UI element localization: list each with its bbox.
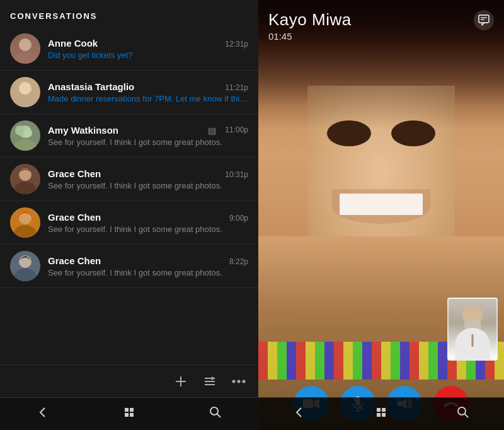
conv-name-grace1: Grace Chen: [48, 168, 101, 179]
conv-preview-amy: See for yourself. I think I got some gre…: [48, 137, 248, 147]
conv-preview-anne: Did you get tickets yet?: [48, 50, 248, 60]
home-button-right[interactable]: [374, 405, 388, 422]
conversation-item-grace1[interactable]: Grace Chen 10:31p See for yourself. I th…: [0, 158, 258, 201]
avatar-anastasia: [10, 77, 40, 107]
svg-line-30: [217, 414, 220, 418]
filter-button[interactable]: [203, 375, 217, 388]
msg-icon-amy: ▤: [208, 125, 216, 136]
left-nav-bar: [0, 397, 258, 430]
video-teeth: [340, 194, 423, 215]
conversation-item-grace3[interactable]: Grace Chen 8:22p See for yourself. I thi…: [0, 245, 258, 288]
svg-point-22: [232, 380, 236, 383]
svg-rect-42: [382, 408, 386, 412]
svg-rect-43: [377, 413, 381, 417]
svg-point-0: [19, 38, 32, 51]
conversations-header: CONVERSATIONS: [0, 0, 258, 27]
conversation-list: Anne Cook 12:31p Did you get tickets yet…: [0, 27, 258, 364]
caller-info: Kayo Miwa 01:45: [268, 10, 352, 42]
conversation-item-anne[interactable]: Anne Cook 12:31p Did you get tickets yet…: [0, 27, 258, 71]
add-button[interactable]: [174, 375, 188, 388]
conversation-item-grace2[interactable]: Grace Chen 9:00p See for yourself. I thi…: [0, 201, 258, 245]
video-background: Kayo Miwa 01:45: [258, 0, 504, 430]
conv-preview-grace1: See for yourself. I think I got some gre…: [48, 181, 248, 190]
conv-time-amy: 11:00p: [225, 125, 248, 134]
svg-rect-26: [130, 408, 134, 412]
svg-point-5: [14, 139, 37, 151]
svg-line-46: [465, 414, 469, 418]
self-view-video: [449, 299, 496, 359]
conv-content-amy: Amy Watkinson ▤ 11:00p See for yourself.…: [48, 124, 248, 147]
conversations-panel: CONVERSATIONS Anne Cook 12:31p Did you g…: [0, 0, 258, 430]
svg-rect-25: [125, 408, 129, 412]
conv-name-amy: Amy Watkinson: [48, 125, 118, 136]
call-header: Kayo Miwa 01:45: [258, 0, 504, 49]
svg-point-7: [23, 129, 32, 137]
svg-point-29: [210, 407, 218, 415]
svg-rect-27: [125, 413, 129, 417]
conv-content-grace3: Grace Chen 8:22p See for yourself. I thi…: [48, 255, 248, 277]
left-toolbar: [0, 364, 258, 397]
conv-content-anne: Anne Cook 12:31p Did you get tickets yet…: [48, 38, 248, 60]
conv-name-grace3: Grace Chen: [48, 255, 101, 266]
search-button-right[interactable]: [456, 405, 470, 422]
search-button-left[interactable]: [209, 405, 222, 422]
caller-name: Kayo Miwa: [268, 10, 352, 30]
right-nav-bar: [258, 397, 504, 430]
svg-rect-28: [130, 413, 134, 417]
back-button-right[interactable]: [292, 405, 306, 422]
more-button[interactable]: [232, 380, 246, 383]
avatar-anne: [10, 33, 40, 64]
conv-preview-grace3: See for yourself. I think I got some gre…: [48, 268, 248, 277]
svg-point-23: [238, 380, 241, 383]
conv-time-grace3: 8:22p: [229, 257, 248, 266]
conv-time-grace2: 9:00p: [229, 214, 248, 223]
conv-content-grace2: Grace Chen 9:00p See for yourself. I thi…: [48, 212, 248, 234]
conv-time-anne: 12:31p: [225, 40, 248, 49]
back-button-left[interactable]: [36, 405, 50, 422]
conv-name-anastasia: Anastasia Tartaglio: [48, 81, 134, 92]
svg-rect-41: [377, 408, 381, 412]
conv-name-grace2: Grace Chen: [48, 212, 101, 223]
conversation-item-amy[interactable]: Amy Watkinson ▤ 11:00p See for yourself.…: [0, 114, 258, 158]
home-button-left[interactable]: [122, 405, 136, 422]
conv-time-grace1: 10:31p: [225, 170, 248, 179]
svg-point-1: [14, 52, 37, 64]
conv-time-anastasia: 11:21p: [225, 83, 248, 92]
video-call-panel: Kayo Miwa 01:45: [258, 0, 504, 430]
conv-name-anne: Anne Cook: [48, 38, 98, 49]
avatar-grace1: [10, 164, 40, 194]
svg-point-45: [458, 407, 466, 415]
svg-rect-44: [382, 413, 386, 417]
chat-toggle-button[interactable]: [474, 10, 494, 30]
svg-point-2: [19, 82, 32, 95]
conversation-item-anastasia[interactable]: Anastasia Tartaglio 11:21p Made dinner r…: [0, 71, 258, 114]
call-duration: 01:45: [268, 31, 352, 42]
conv-preview-grace2: See for yourself. I think I got some gre…: [48, 224, 248, 234]
svg-point-9: [19, 168, 32, 181]
conv-content-anastasia: Anastasia Tartaglio 11:21p Made dinner r…: [48, 81, 248, 103]
avatar-grace3: [10, 251, 40, 281]
avatar-grace2: [10, 207, 40, 238]
conv-content-grace1: Grace Chen 10:31p See for yourself. I th…: [48, 168, 248, 190]
svg-point-3: [14, 96, 37, 107]
svg-point-24: [243, 380, 246, 383]
svg-rect-31: [479, 15, 489, 23]
self-view-thumbnail: [447, 298, 498, 361]
conv-preview-anastasia: Made dinner reservations for 7PM. Let me…: [48, 94, 248, 103]
avatar-amy: [10, 120, 40, 151]
